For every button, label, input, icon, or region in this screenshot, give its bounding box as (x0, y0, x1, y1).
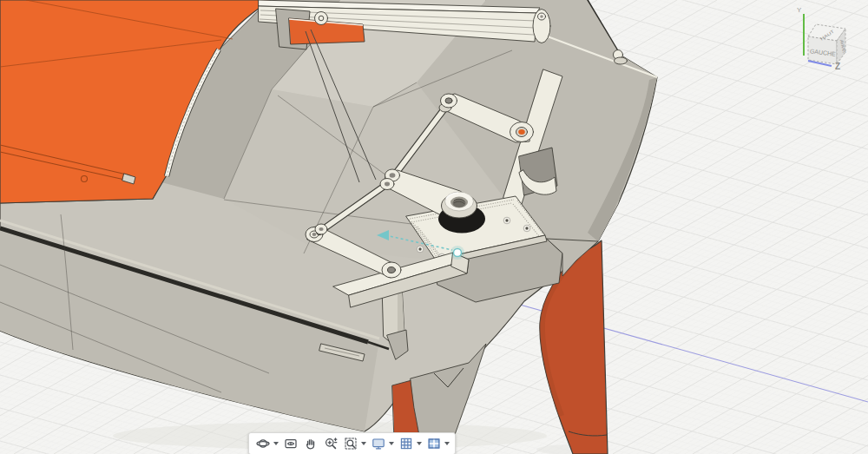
boom-pivot-pin (315, 12, 328, 25)
grid-snaps-button[interactable] (397, 435, 415, 453)
boat-model[interactable] (0, 0, 657, 454)
view-cube[interactable]: Y HAUT GAUCHE AVANT Z (786, 2, 866, 80)
orbit-icon (256, 437, 270, 451)
orbit-dropdown[interactable] (272, 435, 279, 453)
fit-icon (344, 437, 358, 451)
look-at-icon (284, 437, 298, 451)
grid-snaps-dropdown[interactable] (415, 435, 423, 453)
viewports-button[interactable] (424, 435, 443, 453)
viewports-icon (427, 437, 441, 451)
zoom-button[interactable] (321, 435, 339, 453)
pan-icon (304, 437, 318, 451)
fit-dropdown[interactable] (359, 435, 367, 453)
orbit-button[interactable] (253, 435, 272, 453)
crank-orange-bushing (518, 129, 525, 135)
display-settings-icon (372, 437, 385, 451)
display-settings-dropdown[interactable] (387, 435, 395, 453)
navigation-toolbar (248, 432, 456, 454)
look-at-button[interactable] (281, 435, 299, 453)
pan-button[interactable] (301, 435, 319, 453)
joint-origin-dot (454, 249, 462, 257)
axis-z-label: Z (835, 62, 840, 71)
fit-button[interactable] (341, 435, 359, 453)
zoom-icon (324, 437, 338, 451)
display-settings-button[interactable] (369, 435, 387, 453)
axis-y-label: Y (797, 6, 802, 14)
grid-snaps-icon (399, 437, 413, 451)
3d-viewport[interactable]: Y HAUT GAUCHE AVANT Z (0, 0, 868, 454)
viewports-dropdown[interactable] (443, 435, 450, 453)
